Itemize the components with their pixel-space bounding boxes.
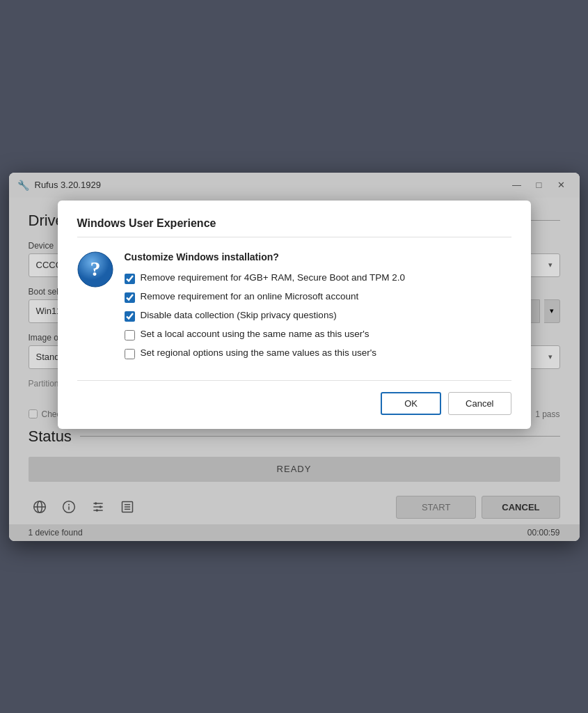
checkbox-label-3: Disable data collection (Skip privacy qu… bbox=[141, 310, 337, 320]
checkbox-label-5: Set regional options using the same valu… bbox=[141, 347, 377, 358]
checkbox-data-collection[interactable] bbox=[125, 311, 135, 322]
dialog-content: Customize Windows installation? Remove r… bbox=[125, 251, 511, 366]
checkbox-ram-tpm[interactable] bbox=[125, 274, 135, 284]
checkbox-item-2[interactable]: Remove requirement for an online Microso… bbox=[125, 291, 511, 303]
dialog-overlay: Windows User Experience ? bbox=[9, 173, 580, 541]
app-window: 🔧 Rufus 3.20.1929 — □ ✕ Drive Properties… bbox=[9, 173, 580, 541]
checkbox-item-5[interactable]: Set regional options using the same valu… bbox=[125, 347, 511, 359]
dialog-cancel-button[interactable]: Cancel bbox=[448, 392, 511, 415]
checkbox-regional[interactable] bbox=[125, 349, 135, 359]
checkbox-item-1[interactable]: Remove requirement for 4GB+ RAM, Secure … bbox=[125, 272, 511, 284]
dialog-question-text: Customize Windows installation? bbox=[125, 251, 511, 263]
dialog-body: ? Customize Windows installation? Remove… bbox=[77, 251, 511, 366]
dialog-title: Windows User Experience bbox=[77, 217, 511, 237]
svg-text:?: ? bbox=[90, 257, 100, 280]
checkbox-ms-account[interactable] bbox=[125, 292, 135, 303]
checkbox-local-account[interactable] bbox=[125, 330, 135, 340]
dialog-question-icon: ? bbox=[77, 251, 113, 288]
checkbox-label-2: Remove requirement for an online Microso… bbox=[141, 291, 359, 301]
windows-user-experience-dialog: Windows User Experience ? bbox=[58, 201, 531, 429]
ok-button[interactable]: OK bbox=[381, 392, 441, 415]
checkbox-label-1: Remove requirement for 4GB+ RAM, Secure … bbox=[141, 272, 406, 283]
checkbox-item-3[interactable]: Disable data collection (Skip privacy qu… bbox=[125, 310, 511, 322]
dialog-footer: OK Cancel bbox=[77, 380, 511, 415]
checkbox-label-4: Set a local account using the same name … bbox=[141, 329, 370, 339]
checkbox-item-4[interactable]: Set a local account using the same name … bbox=[125, 329, 511, 340]
